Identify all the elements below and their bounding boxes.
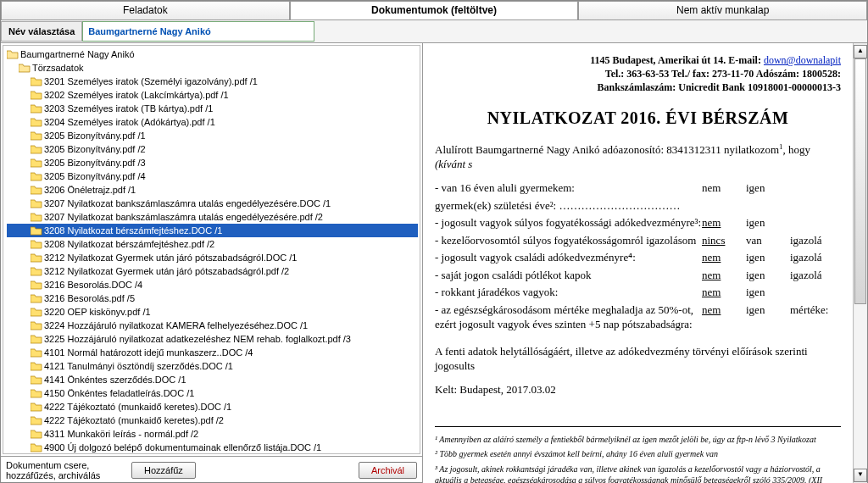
tree-item-label: 4222 Tájékoztató (munkaidő keretes).DOC … [44, 402, 231, 412]
declaration-row: - rokkant járadékos vagyok:nemigen [435, 285, 841, 300]
tree-item[interactable]: 3202 Személyes iratok (Lakcímkártya).pdf… [7, 88, 418, 102]
tree-item-label: 3216 Besorolás.pdf /5 [44, 293, 135, 303]
tree-item-label: 4900 Új dolgozó belépő dokumentumainak e… [44, 442, 321, 452]
folder-icon [31, 348, 42, 358]
tree-item-label: 3224 Hozzájáruló nyilatkozat KAMERA felh… [44, 320, 308, 330]
folder-icon [31, 240, 42, 249]
bottombar-label: Dokumentum csere, hozzáfűzés, archiválás [6, 460, 125, 480]
doc-title: NYILATKOZAT 2016. ÉVI BÉRSZÁM [435, 107, 841, 130]
folder-icon [31, 131, 42, 141]
tree-item-label: 3207 Nyilatkozat bankszámlaszámra utalás… [44, 212, 323, 222]
tree-item[interactable]: 3205 Bizonyítvány.pdf /1 [7, 129, 418, 142]
tree-item[interactable]: 4311 Munkaköri leírás - normál.pdf /2 [7, 427, 418, 441]
tree-item-label: 4101 Normál határozott idejű munkaszerz.… [44, 347, 253, 358]
selected-name-field[interactable]: Baumgartnerné Nagy Anikó [82, 21, 314, 42]
email-link[interactable]: down@downalapit [764, 54, 841, 66]
tree-item-label: 4121 Tanulmányi ösztöndíj szerződés.DOC … [44, 361, 233, 371]
tree-item[interactable]: 4900 Új dolgozó belépő dokumentumainak e… [7, 441, 418, 454]
tree-item-label: 3206 Önéletrajz.pdf /1 [44, 185, 136, 195]
folder-icon [31, 253, 42, 263]
tree-item[interactable]: 4150 Önkéntes feladatleírás.DOC /1 [7, 386, 418, 400]
folder-icon [31, 172, 42, 181]
file-tree[interactable]: Baumgartnerné Nagy AnikóTörzsadatok3201 … [3, 45, 420, 454]
declaration-row: - kezelőorvosomtól súlyos fogyatékosságo… [435, 233, 841, 248]
tree-item-label: 4222 Tájékoztató (munkaidő keretes).pdf … [44, 415, 224, 425]
tree-item-label: 3205 Bizonyítvány.pdf /2 [44, 144, 146, 154]
doc-note: A fenti adatok helytállóságáért, illetve… [435, 344, 841, 374]
tree-item[interactable]: 4121 Tanulmányi ösztöndíj szerződés.DOC … [7, 359, 418, 373]
tree-item[interactable]: 4222 Tájékoztató (munkaidő keretes).pdf … [7, 414, 418, 427]
tree-item[interactable]: 3212 Nyilatkozat Gyermek után járó pótsz… [7, 264, 418, 278]
tree-item-label: 3205 Bizonyítvány.pdf /4 [44, 171, 146, 181]
tree-item[interactable]: 4222 Tájékoztató (munkaidő keretes).DOC … [7, 400, 418, 414]
doc-header: 1145 Budapest, Amerikai út 14. E-mail: d… [435, 53, 841, 95]
declaration-row: - saját jogon családi pótlékot kapoknemi… [435, 268, 841, 283]
tree-item-label: 3205 Bizonyítvány.pdf /1 [44, 130, 146, 141]
tab-inactive-sheet[interactable]: Nem aktív munkalap [578, 1, 867, 19]
doc-intro: Alulírott Baumgartnerné Nagy Anikó adóaz… [435, 142, 841, 172]
preview-scrollbar[interactable]: ▲ ▼ [853, 43, 867, 483]
tree-item-label: Baumgartnerné Nagy Anikó [20, 49, 135, 59]
scroll-up-button[interactable]: ▲ [854, 45, 867, 58]
tree-item[interactable]: 3220 OEP kiskönyv.pdf /1 [7, 305, 418, 319]
tree-item[interactable]: 3204 Személyes iratok (Adókártya).pdf /1 [7, 115, 418, 129]
tab-tasks[interactable]: Feladatok [1, 1, 290, 19]
tree-item[interactable]: 3205 Bizonyítvány.pdf /4 [7, 169, 418, 183]
tree-item-label: 4150 Önkéntes feladatleírás.DOC /1 [44, 388, 194, 398]
declaration-row: - jogosult vagyok súlyos fogyatékossági … [435, 215, 841, 230]
scroll-down-button[interactable]: ▼ [854, 469, 867, 482]
tree-item[interactable]: 3207 Nyilatkozat bankszámlaszámra utalás… [7, 197, 418, 210]
tree-item[interactable]: 3216 Besorolás.pdf /5 [7, 291, 418, 305]
folder-icon [31, 226, 42, 236]
folder-icon [31, 335, 42, 344]
folder-icon [31, 280, 42, 290]
tree-item-label: 3225 Hozzájáruló nyilatkozat adatkezelés… [44, 334, 351, 344]
folder-icon [31, 375, 42, 385]
tree-item[interactable]: 3205 Bizonyítvány.pdf /3 [7, 156, 418, 169]
folder-icon [31, 308, 42, 317]
folder-icon [31, 158, 42, 168]
tree-item[interactable]: 3225 Hozzájáruló nyilatkozat adatkezelés… [7, 332, 418, 346]
append-button[interactable]: Hozzáfűz [131, 462, 196, 479]
tree-item-label: 3220 OEP kiskönyv.pdf /1 [44, 307, 151, 317]
folder-icon [31, 213, 42, 222]
tree-item-label: 3203 Személyes iratok (TB kártya).pdf /1 [44, 103, 213, 114]
tree-item[interactable]: 3205 Bizonyítvány.pdf /2 [7, 142, 418, 156]
doc-date: Kelt: Budapest, 2017.03.02 [435, 382, 841, 397]
folder-icon [31, 430, 42, 439]
tree-item-label: 3216 Besorolás.DOC /4 [44, 280, 142, 290]
folder-icon [7, 50, 19, 59]
doc-footnotes: ¹ Amennyiben az aláíró személy a fentiek… [435, 426, 841, 483]
tree-item[interactable]: 3203 Személyes iratok (TB kártya).pdf /1 [7, 102, 418, 115]
folder-icon [31, 389, 42, 398]
tree-item[interactable]: 4141 Önkéntes szerződés.DOC /1 [7, 373, 418, 386]
tree-item[interactable]: 3212 Nyilatkozat Gyermek után járó pótsz… [7, 251, 418, 264]
archive-button[interactable]: Archivál [359, 462, 417, 479]
tree-item[interactable]: 3216 Besorolás.DOC /4 [7, 278, 418, 291]
folder-icon [31, 199, 42, 208]
folder-icon [31, 416, 42, 425]
tree-item[interactable]: 3208 Nyilatkozat bérszámfejtéshez.DOC /1 [7, 224, 418, 237]
tab-documents[interactable]: Dokumentumok (feltöltve) [290, 1, 579, 19]
tree-item[interactable]: 3208 Nyilatkozat bérszámfejtéshez.pdf /2 [7, 237, 418, 251]
tree-item-label: 3208 Nyilatkozat bérszámfejtéshez.pdf /2 [44, 239, 214, 249]
tree-item[interactable]: 3207 Nyilatkozat bankszámlaszámra utalás… [7, 210, 418, 224]
tree-item-label: 4311 Munkaköri leírás - normál.pdf /2 [44, 429, 198, 439]
tree-item-label: 3208 Nyilatkozat bérszámfejtéshez.DOC /1 [44, 225, 222, 236]
tree-item[interactable]: 3201 Személyes iratok (Személyi igazolvá… [7, 75, 418, 88]
tree-item[interactable]: 3224 Hozzájáruló nyilatkozat KAMERA felh… [7, 319, 418, 332]
tree-item[interactable]: 4101 Normál határozott idejű munkaszerz.… [7, 346, 418, 359]
tree-item-label: 3212 Nyilatkozat Gyermek után járó pótsz… [44, 266, 289, 276]
declaration-row: - jogosult vagyok családi adókedvezményr… [435, 250, 841, 265]
tree-item[interactable]: 3206 Önéletrajz.pdf /1 [7, 183, 418, 197]
tree-item-label: 4141 Önkéntes szerződés.DOC /1 [44, 375, 186, 385]
folder-icon [31, 118, 42, 127]
tree-item-label: 3212 Nyilatkozat Gyermek után járó pótsz… [44, 253, 297, 263]
document-preview[interactable]: 1145 Budapest, Amerikai út 14. E-mail: d… [423, 43, 853, 483]
folder-icon [31, 145, 42, 154]
tree-item[interactable]: Törzsadatok [7, 61, 418, 75]
name-select-button[interactable]: Név választása [1, 21, 82, 42]
declaration-row: gyermek(ek) születési éve²: …………………………… [435, 198, 841, 214]
folder-icon [31, 321, 42, 330]
tree-item[interactable]: Baumgartnerné Nagy Anikó [7, 47, 418, 61]
